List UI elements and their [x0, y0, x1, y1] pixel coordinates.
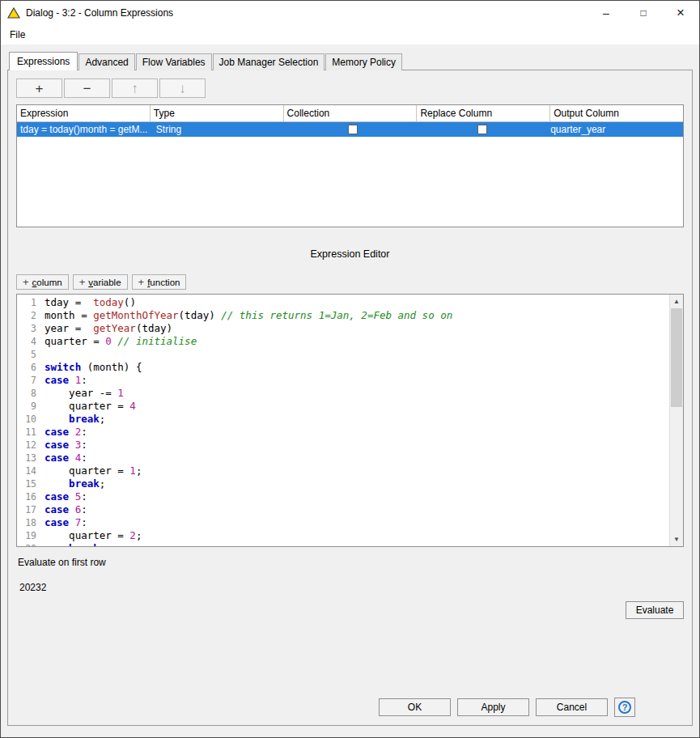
code-text[interactable]: quarter = 4: [45, 400, 136, 413]
move-down-icon: ↓: [179, 82, 186, 95]
code-line-8: 8 year -= 1: [17, 387, 669, 400]
insert-button-label: column: [32, 278, 62, 287]
expressions-table-body: tday = today()month = getM...Stringquart…: [17, 122, 683, 137]
code-text[interactable]: tday = today(): [45, 296, 136, 309]
tab-job-manager-selection[interactable]: Job Manager Selection: [213, 53, 325, 70]
insert-button-row: +column+variable+function: [16, 274, 684, 290]
cell-type: String: [153, 122, 289, 137]
add-expression-button[interactable]: +: [16, 78, 62, 98]
code-line-12: 12case 3:: [17, 439, 669, 452]
code-line-7: 7case 1:: [17, 374, 669, 387]
remove-icon: −: [83, 82, 91, 95]
insert-column-button[interactable]: +column: [16, 274, 69, 290]
line-number: 9: [17, 400, 45, 413]
code-text[interactable]: case 4:: [45, 452, 87, 464]
move-up-icon: ↑: [131, 82, 138, 95]
help-button[interactable]: ?: [614, 698, 635, 717]
code-line-3: 3year = getYear(tday): [17, 322, 669, 335]
insert-variable-button[interactable]: +variable: [73, 274, 128, 290]
code-text[interactable]: break;: [45, 413, 105, 426]
code-editor[interactable]: 1tday = today()2month = getMonthOfYear(t…: [16, 294, 684, 547]
help-icon: ?: [618, 701, 631, 714]
tab-advanced[interactable]: Advanced: [78, 53, 134, 70]
code-line-19: 19 quarter = 2;: [17, 529, 669, 542]
code-text[interactable]: case 3:: [45, 439, 87, 452]
code-line-15: 15 break;: [17, 477, 669, 490]
scrollbar-thumb[interactable]: [671, 308, 682, 407]
line-number: 17: [17, 503, 45, 516]
code-text[interactable]: case 6:: [45, 503, 87, 516]
line-number: 3: [17, 322, 45, 335]
ok-button[interactable]: OK: [379, 698, 451, 716]
code-text[interactable]: switch (month) {: [45, 361, 142, 374]
code-text[interactable]: month = getMonthOfYear(tday) // this ret…: [45, 309, 452, 322]
code-text[interactable]: case 5:: [45, 490, 87, 503]
code-text[interactable]: quarter = 1;: [45, 464, 142, 477]
line-number: 7: [17, 374, 45, 387]
cell-output-column: quarter_year: [547, 122, 683, 137]
cell-expression: tday = today()month = getM...: [17, 122, 153, 137]
expressions-table: ExpressionTypeCollectionReplace ColumnOu…: [16, 104, 684, 227]
line-number: 18: [17, 516, 45, 529]
maximize-button[interactable]: □: [625, 1, 662, 25]
evaluate-on-first-row-label: Evaluate on first row: [18, 557, 684, 568]
code-text[interactable]: year = getYear(tday): [45, 322, 172, 335]
code-text[interactable]: break;: [45, 542, 105, 546]
scroll-down-icon[interactable]: ▼: [670, 532, 683, 546]
code-line-16: 16case 5:: [17, 490, 669, 503]
line-number: 1: [17, 296, 45, 309]
line-number: 10: [17, 413, 45, 426]
expression-toolbar: +−↑↓: [16, 78, 684, 98]
code-text[interactable]: case 2:: [45, 426, 87, 439]
line-number: 4: [17, 335, 45, 348]
editor-vertical-scrollbar[interactable]: ▲ ▼: [669, 295, 683, 546]
replace-column-checkbox[interactable]: [477, 125, 487, 134]
column-header-replace-column[interactable]: Replace Column: [417, 105, 550, 121]
tab-memory-policy[interactable]: Memory Policy: [325, 53, 402, 70]
tab-flow-variables[interactable]: Flow Variables: [136, 53, 212, 70]
line-number: 14: [17, 464, 45, 477]
menu-bar: File: [1, 25, 699, 45]
code-line-2: 2month = getMonthOfYear(tday) // this re…: [17, 309, 669, 322]
line-number: 6: [17, 361, 45, 374]
remove-expression-button[interactable]: −: [64, 78, 110, 98]
line-number: 8: [17, 387, 45, 400]
move-down-expression-button[interactable]: ↓: [159, 78, 206, 98]
scroll-up-icon[interactable]: ▲: [670, 295, 683, 308]
code-text[interactable]: year -= 1: [45, 387, 124, 400]
close-button[interactable]: ×: [662, 1, 699, 25]
column-header-expression[interactable]: Expression: [17, 105, 151, 121]
tab-expressions[interactable]: Expressions: [9, 52, 78, 70]
insert-function-button[interactable]: +function: [132, 274, 187, 290]
cancel-button[interactable]: Cancel: [536, 698, 608, 716]
line-number: 16: [17, 490, 45, 503]
column-header-output-column[interactable]: Output Column: [550, 105, 683, 121]
dialog-footer: OK Apply Cancel ?: [16, 698, 684, 717]
code-line-6: 6switch (month) {: [17, 361, 669, 374]
plus-icon: +: [79, 277, 86, 287]
minimize-button[interactable]: –: [588, 1, 625, 25]
line-number: 20: [17, 542, 45, 546]
code-text[interactable]: quarter = 2;: [45, 529, 142, 542]
evaluate-button[interactable]: Evaluate: [626, 601, 684, 619]
move-up-expression-button[interactable]: ↑: [112, 78, 158, 98]
window-title: Dialog - 3:2 - Column Expressions: [26, 7, 173, 19]
code-line-20: 20 break;: [17, 542, 669, 546]
code-line-13: 13case 4:: [17, 452, 669, 464]
code-area[interactable]: 1tday = today()2month = getMonthOfYear(t…: [17, 296, 669, 546]
apply-button[interactable]: Apply: [457, 698, 529, 716]
code-text[interactable]: case 7:: [45, 516, 87, 529]
code-text[interactable]: break;: [45, 477, 105, 490]
plus-icon: +: [23, 277, 29, 287]
code-line-18: 18case 7:: [17, 516, 669, 529]
collection-checkbox[interactable]: [348, 125, 358, 134]
code-text[interactable]: case 1:: [45, 374, 87, 387]
column-header-type[interactable]: Type: [151, 105, 284, 121]
code-line-9: 9 quarter = 4: [17, 400, 669, 413]
tab-strip: ExpressionsAdvancedFlow VariablesJob Man…: [7, 51, 693, 70]
code-text[interactable]: quarter = 0 // initialise: [45, 335, 197, 348]
code-line-14: 14 quarter = 1;: [17, 464, 669, 477]
expression-row[interactable]: tday = today()month = getM...Stringquart…: [17, 122, 683, 137]
menu-file[interactable]: File: [4, 27, 31, 43]
column-header-collection[interactable]: Collection: [284, 105, 418, 121]
